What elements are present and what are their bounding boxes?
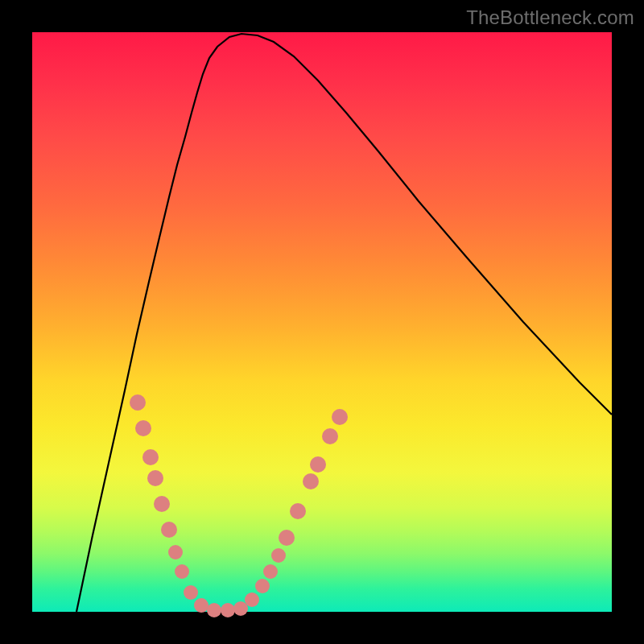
watermark-text: TheBottleneck.com	[466, 6, 634, 29]
data-marker	[135, 420, 151, 436]
data-marker	[233, 601, 248, 616]
data-marker	[142, 449, 159, 465]
data-marker	[263, 564, 278, 579]
data-marker	[168, 545, 183, 559]
curve-line	[76, 34, 612, 612]
data-marker	[245, 592, 259, 607]
data-marker	[130, 394, 146, 411]
data-marker	[271, 548, 286, 563]
data-marker	[290, 503, 306, 519]
data-marker	[303, 473, 319, 489]
data-marker	[184, 585, 198, 600]
data-marker	[161, 522, 177, 538]
data-marker	[279, 530, 295, 546]
data-marker	[332, 409, 348, 425]
data-marker	[154, 496, 170, 512]
data-marker	[194, 598, 208, 613]
data-marker	[147, 470, 163, 486]
data-marker	[255, 579, 270, 593]
marker-group	[130, 394, 348, 617]
chart-frame: TheBottleneck.com	[0, 0, 644, 644]
data-marker	[310, 456, 326, 473]
chart-svg	[32, 32, 612, 612]
data-marker	[207, 603, 221, 617]
data-marker	[221, 603, 235, 617]
plot-area	[32, 32, 612, 612]
data-marker	[322, 428, 338, 444]
data-marker	[175, 564, 189, 579]
